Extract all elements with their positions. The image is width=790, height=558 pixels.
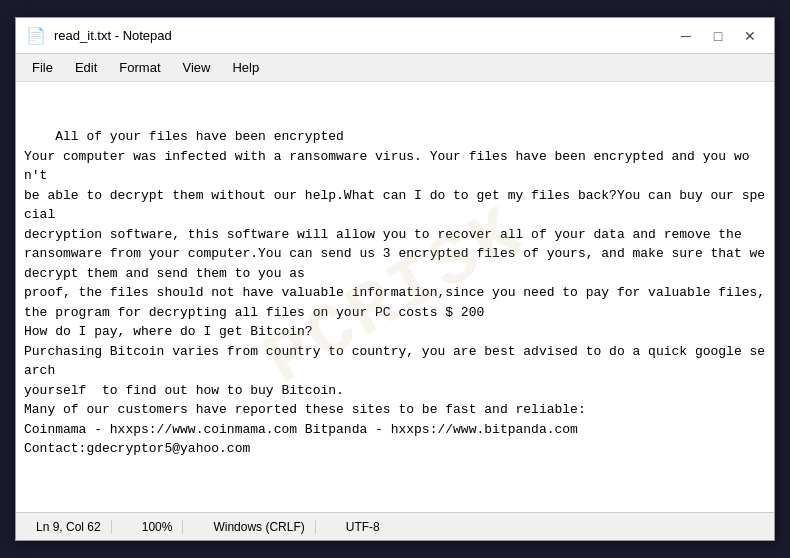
- notepad-window: 📄 read_it.txt - Notepad ─ □ ✕ File Edit …: [15, 17, 775, 541]
- zoom-level: 100%: [132, 520, 184, 534]
- minimize-button[interactable]: ─: [672, 25, 700, 47]
- menu-bar: File Edit Format View Help: [16, 54, 774, 82]
- cursor-position: Ln 9, Col 62: [26, 520, 112, 534]
- title-bar: 📄 read_it.txt - Notepad ─ □ ✕: [16, 18, 774, 54]
- window-title: read_it.txt - Notepad: [54, 28, 172, 43]
- menu-format[interactable]: Format: [109, 56, 170, 79]
- text-editor[interactable]: PCRISK All of your files have been encry…: [16, 82, 774, 512]
- close-button[interactable]: ✕: [736, 25, 764, 47]
- window-controls: ─ □ ✕: [672, 25, 764, 47]
- menu-view[interactable]: View: [173, 56, 221, 79]
- editor-content: All of your files have been encrypted Yo…: [24, 129, 773, 456]
- menu-help[interactable]: Help: [222, 56, 269, 79]
- app-icon: 📄: [26, 26, 46, 45]
- menu-file[interactable]: File: [22, 56, 63, 79]
- maximize-button[interactable]: □: [704, 25, 732, 47]
- menu-edit[interactable]: Edit: [65, 56, 107, 79]
- encoding: UTF-8: [336, 520, 390, 534]
- line-ending: Windows (CRLF): [203, 520, 315, 534]
- title-bar-left: 📄 read_it.txt - Notepad: [26, 26, 172, 45]
- status-bar: Ln 9, Col 62 100% Windows (CRLF) UTF-8: [16, 512, 774, 540]
